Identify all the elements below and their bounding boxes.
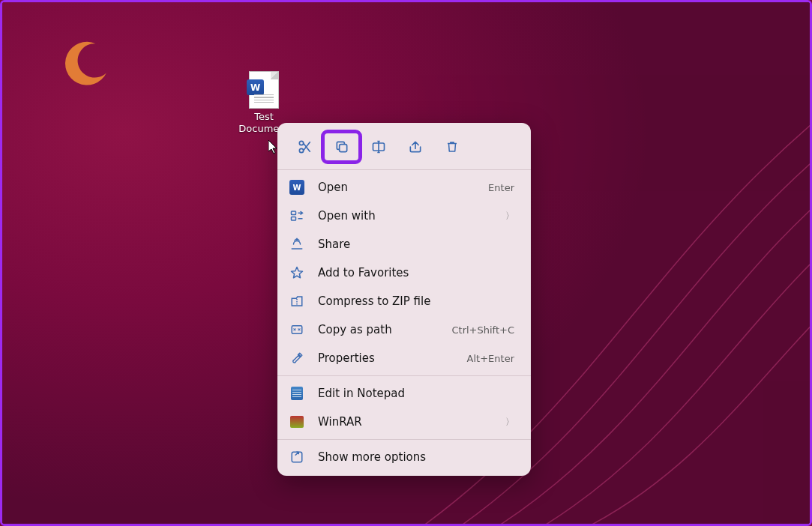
svg-point-0 <box>299 141 303 145</box>
rename-icon <box>371 139 386 154</box>
divider <box>277 439 531 440</box>
svg-rect-6 <box>292 326 302 334</box>
mouse-cursor <box>268 140 279 155</box>
notepad-app-icon <box>289 386 304 401</box>
star-icon <box>289 265 304 280</box>
menu-item-label: Share <box>318 238 514 251</box>
word-file-icon: W <box>249 71 279 109</box>
more-options-icon <box>289 450 304 465</box>
copy-path-icon <box>289 322 304 337</box>
word-icon: W <box>289 180 304 195</box>
share-menu-icon <box>289 237 304 252</box>
cut-button[interactable] <box>286 132 323 162</box>
menu-item-label: Open <box>318 181 475 194</box>
menu-item-label: Compress to ZIP file <box>318 294 514 308</box>
divider <box>277 169 531 170</box>
context-toolbar <box>277 127 531 166</box>
context-menu: W Open Enter Open with 〉 Share Add to Fa… <box>277 123 531 476</box>
divider <box>277 375 531 376</box>
copy-icon <box>334 139 349 154</box>
scissors-icon <box>298 139 313 154</box>
menu-item-label: WinRAR <box>318 415 492 429</box>
menu-item-label: Open with <box>318 209 492 223</box>
delete-button[interactable] <box>433 132 470 162</box>
chevron-right-icon: 〉 <box>505 416 514 429</box>
svg-rect-4 <box>292 211 296 215</box>
menu-item-label: Properties <box>318 351 454 365</box>
menu-item-compress[interactable]: Compress to ZIP file <box>277 287 531 315</box>
svg-point-1 <box>299 148 303 152</box>
menu-item-label: Copy as path <box>318 323 438 336</box>
menu-item-shortcut: Enter <box>488 182 514 193</box>
menu-item-share[interactable]: Share <box>277 230 531 259</box>
svg-rect-5 <box>292 217 296 221</box>
menu-item-shortcut: Ctrl+Shift+C <box>451 324 514 336</box>
menu-item-open-with[interactable]: Open with 〉 <box>277 202 531 230</box>
menu-item-label: Edit in Notepad <box>318 387 514 400</box>
rename-button[interactable] <box>360 132 397 162</box>
menu-item-copy-path[interactable]: Copy as path Ctrl+Shift+C <box>277 315 531 344</box>
copy-button[interactable] <box>323 132 360 162</box>
winrar-app-icon <box>289 414 304 429</box>
menu-item-show-more[interactable]: Show more options <box>277 443 531 471</box>
menu-item-properties[interactable]: Properties Alt+Enter <box>277 344 531 372</box>
menu-item-notepad[interactable]: Edit in Notepad <box>277 379 531 408</box>
zip-icon <box>289 294 304 309</box>
menu-item-label: Add to Favorites <box>318 266 514 279</box>
share-icon <box>408 139 423 154</box>
menu-item-open[interactable]: W Open Enter <box>277 173 531 202</box>
menu-item-winrar[interactable]: WinRAR 〉 <box>277 408 531 436</box>
wrench-icon <box>289 351 304 366</box>
open-with-icon <box>289 208 304 223</box>
svg-rect-2 <box>339 145 346 152</box>
menu-item-favorites[interactable]: Add to Favorites <box>277 259 531 287</box>
share-button-toolbar[interactable] <box>397 132 433 162</box>
menu-item-label: Show more options <box>318 450 514 464</box>
moon-icon <box>61 39 111 88</box>
chevron-right-icon: 〉 <box>505 210 514 223</box>
trash-icon <box>445 139 459 154</box>
menu-item-shortcut: Alt+Enter <box>467 353 514 364</box>
